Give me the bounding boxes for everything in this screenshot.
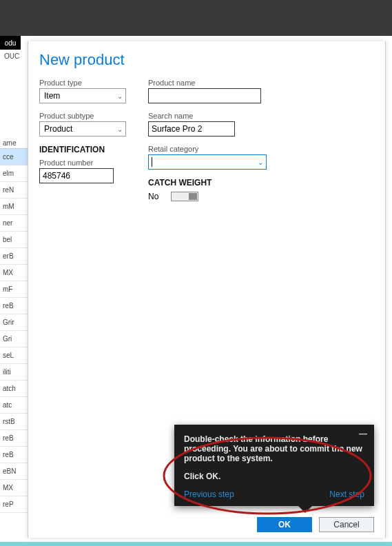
- catch-weight-value: No: [148, 192, 158, 201]
- list-item[interactable]: Gri: [0, 331, 28, 347]
- list-item[interactable]: eBN: [0, 463, 28, 480]
- cancel-button[interactable]: Cancel: [319, 517, 374, 532]
- list-item[interactable]: mF: [0, 281, 28, 298]
- product-type-label: Product type: [39, 79, 136, 87]
- product-name-input[interactable]: [148, 88, 261, 103]
- list-item[interactable]: reN: [0, 182, 28, 199]
- list-column-header: ame: [0, 138, 28, 149]
- chevron-down-icon: ⌄: [117, 92, 123, 100]
- list-item[interactable]: atch: [0, 381, 28, 397]
- identification-heading: IDENTIFICATION: [39, 145, 136, 154]
- product-type-value: Item: [44, 91, 60, 101]
- list-item[interactable]: elm: [0, 165, 28, 182]
- list-item[interactable]: ner: [0, 215, 28, 232]
- list-item[interactable]: reB: [0, 447, 28, 463]
- list-item[interactable]: rstB: [0, 414, 28, 430]
- list-item[interactable]: reP: [0, 496, 28, 513]
- tooltip-arrow-icon: [298, 506, 312, 513]
- catch-weight-heading: CATCH WEIGHT: [148, 178, 286, 188]
- retail-category-label: Retail category: [148, 145, 286, 153]
- product-subtype-select[interactable]: Product ⌄: [39, 121, 126, 136]
- list-item[interactable]: reB: [0, 430, 28, 447]
- background-list-column: ame cceelmreNmMnerbelerBMXmFreBGrirGrise…: [0, 138, 28, 513]
- product-name-label: Product name: [148, 79, 286, 87]
- next-step-link[interactable]: Next step: [329, 489, 364, 499]
- search-name-label: Search name: [148, 112, 286, 120]
- app-root: odu OUC ame cceelmreNmMnerbelerBMXmFreBG…: [0, 0, 392, 546]
- text-cursor: [152, 157, 152, 167]
- bottom-accent-bar: [0, 542, 392, 546]
- breadcrumb-fragment: OUC: [4, 52, 19, 60]
- product-subtype-label: Product subtype: [39, 112, 136, 120]
- guidance-tooltip: — Double-check the information before pr…: [174, 425, 374, 506]
- product-number-label: Product number: [39, 159, 136, 167]
- list-item[interactable]: iliti: [0, 364, 28, 381]
- list-item[interactable]: cce: [0, 149, 28, 165]
- tooltip-message-2: Click OK.: [184, 472, 364, 481]
- title-bar: [0, 0, 392, 36]
- list-item[interactable]: atc: [0, 397, 28, 414]
- dialog-title: New product: [39, 51, 374, 69]
- product-subtype-value: Product: [44, 124, 72, 134]
- previous-step-link[interactable]: Previous step: [184, 489, 234, 499]
- background-tab-fragment: odu: [0, 36, 21, 50]
- product-number-input[interactable]: [39, 168, 114, 183]
- list-item[interactable]: mM: [0, 199, 28, 215]
- list-item[interactable]: MX: [0, 480, 28, 496]
- list-item[interactable]: bel: [0, 232, 28, 248]
- list-item[interactable]: MX: [0, 265, 28, 281]
- chevron-down-icon: ⌄: [258, 159, 263, 166]
- product-type-select[interactable]: Item ⌄: [39, 88, 126, 103]
- new-product-dialog: New product Product type Item ⌄ Product …: [28, 41, 386, 538]
- ok-button[interactable]: OK: [257, 517, 312, 532]
- list-item[interactable]: erB: [0, 248, 28, 265]
- list-item[interactable]: seL: [0, 347, 28, 364]
- search-name-input[interactable]: [148, 121, 235, 136]
- tooltip-message-1: Double-check the information before proc…: [184, 434, 364, 463]
- catch-weight-toggle[interactable]: [171, 192, 198, 201]
- retail-category-select[interactable]: ⌄: [148, 154, 267, 170]
- minimize-icon[interactable]: —: [359, 429, 367, 438]
- list-item[interactable]: Grir: [0, 314, 28, 331]
- chevron-down-icon: ⌄: [117, 125, 123, 133]
- list-item[interactable]: reB: [0, 298, 28, 314]
